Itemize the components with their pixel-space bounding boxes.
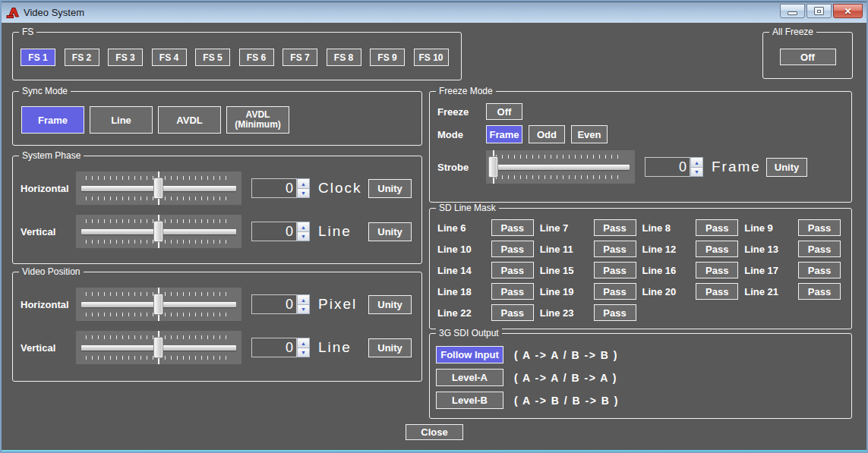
sdi-output-group-label: 3G SDI Output <box>436 328 502 339</box>
unity-button[interactable]: Unity <box>766 158 807 177</box>
row-label: Horizontal <box>21 183 76 194</box>
unit-label: Line <box>318 223 368 240</box>
value-field[interactable]: 0 <box>251 222 297 241</box>
system-phase-vertical-slider[interactable] <box>76 215 241 248</box>
video-position-horizontal-slider[interactable] <box>76 288 241 321</box>
value-field[interactable]: 0 <box>645 157 690 177</box>
spin-up-button[interactable]: ▲ <box>298 295 309 304</box>
close-dialog-button[interactable]: Close <box>406 424 463 440</box>
fs-5-button[interactable]: FS 5 <box>195 49 230 66</box>
line-11-pass-button[interactable]: Pass <box>594 241 636 257</box>
line-22-pass-button[interactable]: Pass <box>491 304 534 321</box>
spin-up-button[interactable]: ▲ <box>298 179 309 188</box>
fs-1-button[interactable]: FS 1 <box>21 49 55 66</box>
spin-down-button[interactable]: ▼ <box>691 167 702 176</box>
fs-7-button[interactable]: FS 7 <box>282 49 317 66</box>
mode-even-button[interactable]: Even <box>571 125 608 143</box>
mode-frame-button[interactable]: Frame <box>486 125 522 143</box>
spin-down-button[interactable]: ▼ <box>298 304 309 313</box>
line-10-pass-button[interactable]: Pass <box>491 241 534 257</box>
line-6-pass-button[interactable]: Pass <box>491 219 534 236</box>
line-mask-cell: Line 21Pass <box>744 283 847 300</box>
line-14-pass-button[interactable]: Pass <box>491 262 534 278</box>
slider-thumb[interactable] <box>153 294 163 315</box>
window-close-button[interactable]: ✕ <box>833 4 863 18</box>
line-17-pass-button[interactable]: Pass <box>798 262 841 278</box>
line-12-pass-button[interactable]: Pass <box>696 241 738 257</box>
line-label: Line 12 <box>642 244 696 255</box>
spin-down-button[interactable]: ▼ <box>298 348 309 357</box>
line-16-pass-button[interactable]: Pass <box>696 262 738 278</box>
line-13-pass-button[interactable]: Pass <box>798 241 841 257</box>
unity-button[interactable]: Unity <box>368 222 412 241</box>
level-b-button[interactable]: Level-B <box>436 392 503 409</box>
level-a-button[interactable]: Level-A <box>436 369 503 386</box>
line-7-pass-button[interactable]: Pass <box>594 219 636 236</box>
unity-button[interactable]: Unity <box>368 338 412 357</box>
line-9-pass-button[interactable]: Pass <box>798 219 841 236</box>
fs-6-button[interactable]: FS 6 <box>239 49 274 66</box>
sdi-option-row: Follow Input ( A -> A / B -> B ) <box>436 346 851 363</box>
value-field[interactable]: 0 <box>251 294 297 314</box>
system-phase-horizontal-spinner: 0 ▲ ▼ <box>251 178 310 198</box>
all-freeze-group: All Freeze Off <box>762 32 853 79</box>
line-mask-cell: Line 6Pass <box>437 219 540 236</box>
spin-up-button[interactable]: ▲ <box>298 222 309 231</box>
fs-2-button[interactable]: FS 2 <box>65 49 99 66</box>
slider-thumb[interactable] <box>153 337 163 358</box>
spin-down-button[interactable]: ▼ <box>298 231 309 241</box>
freeze-off-button[interactable]: Off <box>486 103 522 120</box>
strobe-slider[interactable] <box>486 150 635 184</box>
row-label: Vertical <box>21 226 76 238</box>
fs-10-button[interactable]: FS 10 <box>414 49 449 66</box>
sync-line-button[interactable]: Line <box>90 106 153 134</box>
unity-button[interactable]: Unity <box>368 179 412 198</box>
maximize-button[interactable] <box>806 4 832 18</box>
sync-avdl-button[interactable]: AVDL <box>158 106 221 134</box>
slider-thumb[interactable] <box>153 178 163 199</box>
line-mask-grid: Line 6Pass Line 7Pass Line 8Pass Line 9P… <box>430 209 851 321</box>
unity-button[interactable]: Unity <box>368 295 412 314</box>
sync-mode-button-row: Frame Line AVDL AVDL (Minimum) <box>13 92 421 134</box>
line-mask-cell: Line 11Pass <box>540 241 642 257</box>
window-title: Video System <box>24 7 84 18</box>
line-20-pass-button[interactable]: Pass <box>696 283 738 300</box>
follow-input-button[interactable]: Follow Input <box>436 346 503 363</box>
minimize-button[interactable] <box>780 4 805 18</box>
spin-up-button[interactable]: ▲ <box>691 158 702 167</box>
mode-odd-button[interactable]: Odd <box>529 125 565 143</box>
line-label: Line 20 <box>642 286 696 297</box>
video-position-vertical-slider[interactable] <box>76 331 241 364</box>
spin-up-button[interactable]: ▲ <box>298 338 309 348</box>
titlebar: Video System ✕ <box>2 2 866 23</box>
value-field[interactable]: 0 <box>251 338 297 357</box>
line-label: Line 21 <box>744 286 798 297</box>
all-freeze-off-button[interactable]: Off <box>780 49 836 65</box>
slider-thumb[interactable] <box>488 156 498 178</box>
slider-thumb[interactable] <box>153 221 163 242</box>
line-mask-cell: Line 15Pass <box>540 262 642 278</box>
video-position-horizontal-row: Horizontal 0 ▲ ▼ <box>21 288 421 321</box>
line-21-pass-button[interactable]: Pass <box>798 283 841 300</box>
system-phase-horizontal-row: Horizontal 0 ▲ ▼ <box>21 171 421 205</box>
system-phase-horizontal-slider[interactable] <box>76 171 241 205</box>
value-field[interactable]: 0 <box>251 178 297 198</box>
line-8-pass-button[interactable]: Pass <box>696 219 738 236</box>
line-mask-cell: Line 20Pass <box>642 283 745 300</box>
line-19-pass-button[interactable]: Pass <box>594 283 636 300</box>
line-18-pass-button[interactable]: Pass <box>491 283 534 300</box>
sd-line-mask-group: SD Line Mask Line 6Pass Line 7Pass Line … <box>429 208 852 329</box>
fs-4-button[interactable]: FS 4 <box>152 49 187 66</box>
row-label: Vertical <box>21 342 76 354</box>
unit-label: Frame <box>712 159 766 175</box>
spin-down-button[interactable]: ▼ <box>298 188 309 197</box>
fs-3-button[interactable]: FS 3 <box>108 49 143 66</box>
fs-8-button[interactable]: FS 8 <box>327 49 361 66</box>
all-freeze-group-label: All Freeze <box>769 27 816 38</box>
sync-frame-button[interactable]: Frame <box>21 106 84 134</box>
line-label: Line 16 <box>642 265 696 276</box>
line-23-pass-button[interactable]: Pass <box>594 304 636 321</box>
fs-9-button[interactable]: FS 9 <box>370 49 405 66</box>
line-15-pass-button[interactable]: Pass <box>594 262 636 278</box>
sync-avdl-minimum-button[interactable]: AVDL (Minimum) <box>226 106 289 134</box>
